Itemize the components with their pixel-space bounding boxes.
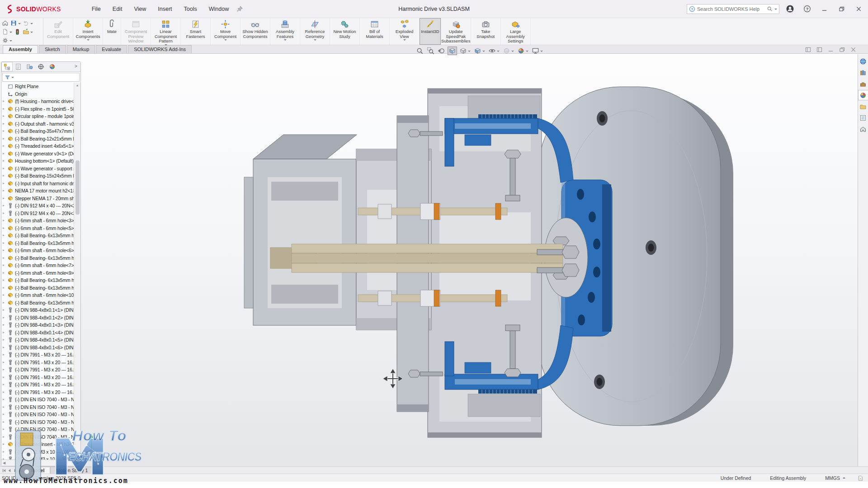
expand-arrow-icon[interactable]: ▸	[3, 159, 7, 163]
panel-tabs-overflow[interactable]: >	[72, 64, 80, 69]
tree-item[interactable]: ▸ (-) DIN 7991 - M3 x 20 --- 16.8N	[1, 381, 74, 389]
expand-arrow-icon[interactable]: ▸	[3, 256, 7, 260]
expand-arrow-icon[interactable]: ▸	[3, 271, 7, 275]
expand-arrow-icon[interactable]: ▸	[3, 323, 7, 327]
search-caret-icon[interactable]	[774, 9, 777, 11]
expand-arrow-icon[interactable]: ▸	[3, 383, 7, 386]
toolbox-icon[interactable]	[859, 79, 868, 89]
section-view-icon[interactable]	[448, 47, 457, 55]
expand-arrow-icon[interactable]: ▸	[3, 122, 7, 126]
expand-arrow-icon[interactable]: ▸	[3, 435, 7, 439]
dimxpertmanager-tab[interactable]	[35, 62, 47, 71]
expand-arrow-icon[interactable]: ▸	[3, 226, 7, 230]
expand-arrow-icon[interactable]: ▸	[3, 137, 7, 141]
selection-lights-icon[interactable]	[13, 28, 22, 36]
undo-icon[interactable]	[22, 19, 34, 28]
account-button[interactable]	[783, 4, 797, 14]
tree-filter[interactable]	[2, 73, 80, 82]
command-button[interactable]: New Motion Study	[330, 18, 360, 45]
apply-scene-icon[interactable]	[516, 47, 529, 55]
expand-arrow-icon[interactable]: ▸	[3, 405, 7, 409]
menu-item[interactable]: Insert	[152, 4, 178, 14]
tree-item[interactable]: ▸ (-) DIN 7991 - M3 x 20 --- 16.8N	[1, 359, 74, 366]
tree-item[interactable]: ▸ (-) DIN EN ISO 7040 - M3 - N<7	[1, 433, 74, 441]
options-gear-icon[interactable]	[1, 36, 13, 45]
tree-item[interactable]: ▸ (-) Wave generator - support sl	[1, 165, 74, 173]
expand-arrow-icon[interactable]: ▸	[3, 114, 7, 118]
tree-item[interactable]: ▸ (-) Ball Bearing- 6x13x5mm h1	[1, 299, 74, 307]
expand-arrow-icon[interactable]: ▸	[3, 249, 7, 252]
pin-icon[interactable]	[236, 5, 243, 12]
expand-arrow-icon[interactable]: ▸	[3, 442, 7, 446]
tree-item[interactable]: ▸ (-) DIN EN ISO 7040 - M3 - N<3	[1, 404, 74, 411]
command-button[interactable]: Component Preview Window	[121, 18, 151, 45]
command-button[interactable]: Mate	[103, 18, 121, 45]
tree-item[interactable]: ▸ (-) 6mm shaft - 6mm hole<10	[1, 291, 74, 299]
expand-arrow-icon[interactable]: ▸	[3, 390, 7, 394]
expand-arrow-icon[interactable]: ▸	[3, 338, 7, 342]
expand-arrow-icon[interactable]: ▸	[3, 420, 7, 424]
save-icon[interactable]	[9, 19, 22, 28]
menu-item[interactable]: Tools	[178, 4, 203, 14]
tree-item[interactable]: ▸ Origin	[1, 90, 74, 98]
expand-arrow-icon[interactable]: ▸	[3, 457, 7, 460]
expand-arrow-icon[interactable]: ▸	[3, 219, 7, 222]
command-button[interactable]: Smart Fasteners	[181, 18, 211, 45]
tree-item[interactable]: ▸ (-) DIN 988-4x8x0.1<6> (DIN 9	[1, 344, 74, 352]
menu-item[interactable]: Edit	[107, 4, 128, 14]
command-button[interactable]: Exploded View	[390, 18, 420, 45]
zoom-to-area-icon[interactable]	[426, 47, 435, 55]
expand-arrow-icon[interactable]: ▸	[3, 263, 7, 267]
document-tab[interactable]: Motion Study 1	[50, 467, 94, 474]
close-button[interactable]	[852, 4, 865, 14]
tree-item[interactable]: ▸ (-) Input shaft for harmonic dri	[1, 180, 74, 188]
status-item[interactable]: Editing Assembly	[770, 475, 806, 481]
tree-item[interactable]: ▸ (-) DIN 912 M3 x 10 --- 10N<3	[1, 455, 74, 460]
tree-item[interactable]: ▸ (-) Ball Bearing- 6x13x5mm h1	[1, 232, 74, 239]
tree-item[interactable]: ▸ (-) DIN 7991 - M3 x 20 --- 16.8N	[1, 351, 74, 359]
expand-arrow-icon[interactable]: ▸	[3, 241, 7, 245]
expand-arrow-icon[interactable]: ▸	[3, 278, 7, 282]
tree-item[interactable]: ▸ (-) DIN EN ISO 7040 - M3 - N<2	[1, 396, 74, 404]
tree-item[interactable]: ▸ (-) DIN 7991 - M3 x 20 --- 16.8N	[1, 389, 74, 396]
tree-item[interactable]: ▸ (-) DIN 7991 - M3 x 20 --- 16.8N	[1, 366, 74, 374]
tree-item[interactable]: ▸ (-) 6mm shaft - 6mm hole<6>	[1, 247, 74, 254]
tree-item[interactable]: ▸ (-) 6mm shaft - 6mm hole<9>	[1, 269, 74, 277]
open-icon[interactable]	[22, 28, 34, 36]
tree-item[interactable]: ▸ (-) DIN 912 M3 x 10 --- 10N<2	[1, 448, 74, 456]
tree-item[interactable]: ▸ (-) Ball Bearing-12x21x5mm h1	[1, 135, 74, 143]
menu-item[interactable]: View	[128, 4, 152, 14]
model-viewport[interactable]	[0, 54, 868, 466]
search-input[interactable]	[697, 6, 765, 12]
expand-arrow-icon[interactable]: ▸	[3, 353, 7, 357]
command-button[interactable]: Large Assembly Settings	[501, 18, 531, 45]
previous-view-icon[interactable]	[437, 47, 446, 55]
tree-item[interactable]: ▸ (-) DIN 988-4x8x0.1<2> (DIN 9	[1, 314, 74, 322]
help-button[interactable]	[800, 4, 814, 14]
tree-item[interactable]: ▸ (-) DIN 912 M4 x 40 --- 20N<3	[1, 210, 74, 217]
tree-item[interactable]: ▸ Housing bottom<1> (Default)	[1, 157, 74, 165]
tree-item[interactable]: ▸ (-) Ball Bearing-35x47x7mm h2	[1, 127, 74, 135]
tree-item[interactable]: ▸ (-) DIN 7991 - M3 x 20 --- 16.8N	[1, 374, 74, 381]
expand-arrow-icon[interactable]: ▸	[3, 129, 7, 133]
expand-arrow-icon[interactable]: ▸	[3, 450, 7, 454]
tree-item[interactable]: ▸ (-) Wave generator v3<1> (Def	[1, 150, 74, 158]
tree-horizontal-scrollbar[interactable]: ◀ ▶	[1, 460, 80, 466]
command-button[interactable]: Assembly Features	[270, 18, 300, 45]
expand-arrow-icon[interactable]: ▸	[3, 361, 7, 364]
expand-arrow-icon[interactable]: ▸	[3, 182, 7, 185]
restore-button[interactable]	[835, 4, 848, 14]
tree-item[interactable]: ▸ (-) Ball Bearing-15x24x5mm h1	[1, 172, 74, 180]
tree-item[interactable]: ▸ (-) DIN 912 M4 x 40 --- 20N<2	[1, 202, 74, 210]
ribbon-tab[interactable]: Sketch	[39, 45, 66, 53]
tree-item[interactable]: ▸ (-) DIN EN ISO 7040 - M3 - N<5	[1, 418, 74, 426]
command-button[interactable]: Edit Component	[43, 18, 73, 45]
scrollbar-thumb[interactable]	[75, 160, 80, 215]
file-explorer-icon[interactable]	[859, 102, 868, 111]
new-document-icon[interactable]	[1, 28, 13, 36]
expand-arrow-icon[interactable]: ▸	[3, 204, 7, 207]
view-orientation-icon[interactable]	[458, 47, 472, 55]
zoom-to-fit-icon[interactable]	[415, 47, 425, 55]
status-item[interactable]: Under Defined	[721, 475, 751, 481]
command-button[interactable]: Reference Geometry	[300, 18, 330, 45]
